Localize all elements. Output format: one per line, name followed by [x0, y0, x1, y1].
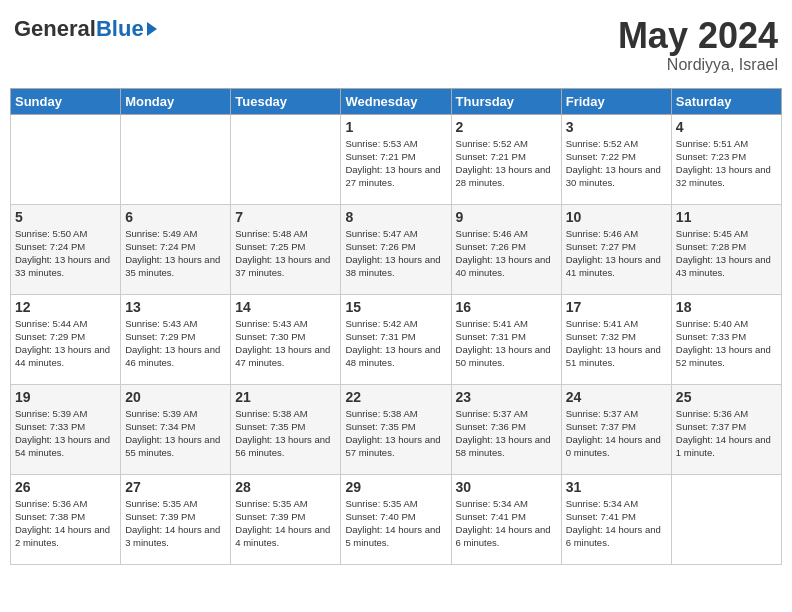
calendar-week-row: 12Sunrise: 5:44 AM Sunset: 7:29 PM Dayli… [11, 294, 782, 384]
calendar-cell: 3Sunrise: 5:52 AM Sunset: 7:22 PM Daylig… [561, 114, 671, 204]
day-info: Sunrise: 5:44 AM Sunset: 7:29 PM Dayligh… [15, 317, 116, 370]
calendar-cell: 20Sunrise: 5:39 AM Sunset: 7:34 PM Dayli… [121, 384, 231, 474]
title-area: May 2024 Nordiyya, Israel [618, 16, 778, 74]
day-info: Sunrise: 5:51 AM Sunset: 7:23 PM Dayligh… [676, 137, 777, 190]
day-number: 14 [235, 299, 336, 315]
calendar-week-row: 26Sunrise: 5:36 AM Sunset: 7:38 PM Dayli… [11, 474, 782, 564]
day-number: 13 [125, 299, 226, 315]
logo-blue-text: Blue [96, 16, 144, 42]
calendar-cell: 9Sunrise: 5:46 AM Sunset: 7:26 PM Daylig… [451, 204, 561, 294]
day-number: 17 [566, 299, 667, 315]
day-info: Sunrise: 5:53 AM Sunset: 7:21 PM Dayligh… [345, 137, 446, 190]
calendar-cell: 13Sunrise: 5:43 AM Sunset: 7:29 PM Dayli… [121, 294, 231, 384]
day-info: Sunrise: 5:39 AM Sunset: 7:34 PM Dayligh… [125, 407, 226, 460]
day-info: Sunrise: 5:37 AM Sunset: 7:37 PM Dayligh… [566, 407, 667, 460]
calendar-cell: 21Sunrise: 5:38 AM Sunset: 7:35 PM Dayli… [231, 384, 341, 474]
day-number: 7 [235, 209, 336, 225]
location-title: Nordiyya, Israel [618, 56, 778, 74]
day-info: Sunrise: 5:41 AM Sunset: 7:32 PM Dayligh… [566, 317, 667, 370]
day-header-friday: Friday [561, 88, 671, 114]
calendar-cell: 17Sunrise: 5:41 AM Sunset: 7:32 PM Dayli… [561, 294, 671, 384]
day-header-saturday: Saturday [671, 88, 781, 114]
calendar-table: SundayMondayTuesdayWednesdayThursdayFrid… [10, 88, 782, 565]
day-number: 3 [566, 119, 667, 135]
calendar-week-row: 5Sunrise: 5:50 AM Sunset: 7:24 PM Daylig… [11, 204, 782, 294]
calendar-week-row: 1Sunrise: 5:53 AM Sunset: 7:21 PM Daylig… [11, 114, 782, 204]
calendar-cell: 14Sunrise: 5:43 AM Sunset: 7:30 PM Dayli… [231, 294, 341, 384]
calendar-cell: 25Sunrise: 5:36 AM Sunset: 7:37 PM Dayli… [671, 384, 781, 474]
day-info: Sunrise: 5:47 AM Sunset: 7:26 PM Dayligh… [345, 227, 446, 280]
day-number: 27 [125, 479, 226, 495]
day-info: Sunrise: 5:43 AM Sunset: 7:30 PM Dayligh… [235, 317, 336, 370]
day-number: 23 [456, 389, 557, 405]
day-info: Sunrise: 5:35 AM Sunset: 7:40 PM Dayligh… [345, 497, 446, 550]
calendar-cell: 10Sunrise: 5:46 AM Sunset: 7:27 PM Dayli… [561, 204, 671, 294]
day-info: Sunrise: 5:34 AM Sunset: 7:41 PM Dayligh… [456, 497, 557, 550]
calendar-cell: 12Sunrise: 5:44 AM Sunset: 7:29 PM Dayli… [11, 294, 121, 384]
day-number: 2 [456, 119, 557, 135]
calendar-cell [121, 114, 231, 204]
day-info: Sunrise: 5:36 AM Sunset: 7:38 PM Dayligh… [15, 497, 116, 550]
day-header-thursday: Thursday [451, 88, 561, 114]
day-header-monday: Monday [121, 88, 231, 114]
day-number: 26 [15, 479, 116, 495]
day-number: 9 [456, 209, 557, 225]
calendar-cell: 16Sunrise: 5:41 AM Sunset: 7:31 PM Dayli… [451, 294, 561, 384]
day-info: Sunrise: 5:49 AM Sunset: 7:24 PM Dayligh… [125, 227, 226, 280]
day-number: 10 [566, 209, 667, 225]
calendar-cell: 26Sunrise: 5:36 AM Sunset: 7:38 PM Dayli… [11, 474, 121, 564]
day-info: Sunrise: 5:45 AM Sunset: 7:28 PM Dayligh… [676, 227, 777, 280]
logo: General Blue [14, 16, 157, 42]
day-number: 29 [345, 479, 446, 495]
day-info: Sunrise: 5:37 AM Sunset: 7:36 PM Dayligh… [456, 407, 557, 460]
calendar-cell: 23Sunrise: 5:37 AM Sunset: 7:36 PM Dayli… [451, 384, 561, 474]
calendar-cell: 18Sunrise: 5:40 AM Sunset: 7:33 PM Dayli… [671, 294, 781, 384]
day-info: Sunrise: 5:46 AM Sunset: 7:27 PM Dayligh… [566, 227, 667, 280]
day-info: Sunrise: 5:35 AM Sunset: 7:39 PM Dayligh… [235, 497, 336, 550]
calendar-cell: 4Sunrise: 5:51 AM Sunset: 7:23 PM Daylig… [671, 114, 781, 204]
day-number: 28 [235, 479, 336, 495]
calendar-cell: 2Sunrise: 5:52 AM Sunset: 7:21 PM Daylig… [451, 114, 561, 204]
logo-general-text: General [14, 16, 96, 42]
calendar-week-row: 19Sunrise: 5:39 AM Sunset: 7:33 PM Dayli… [11, 384, 782, 474]
day-info: Sunrise: 5:41 AM Sunset: 7:31 PM Dayligh… [456, 317, 557, 370]
day-header-sunday: Sunday [11, 88, 121, 114]
calendar-cell [671, 474, 781, 564]
calendar-cell: 5Sunrise: 5:50 AM Sunset: 7:24 PM Daylig… [11, 204, 121, 294]
calendar-cell: 19Sunrise: 5:39 AM Sunset: 7:33 PM Dayli… [11, 384, 121, 474]
page-header: General Blue May 2024 Nordiyya, Israel [10, 10, 782, 80]
day-info: Sunrise: 5:50 AM Sunset: 7:24 PM Dayligh… [15, 227, 116, 280]
logo-arrow-icon [147, 22, 157, 36]
day-info: Sunrise: 5:43 AM Sunset: 7:29 PM Dayligh… [125, 317, 226, 370]
calendar-cell: 29Sunrise: 5:35 AM Sunset: 7:40 PM Dayli… [341, 474, 451, 564]
day-info: Sunrise: 5:52 AM Sunset: 7:22 PM Dayligh… [566, 137, 667, 190]
day-number: 25 [676, 389, 777, 405]
calendar-cell: 27Sunrise: 5:35 AM Sunset: 7:39 PM Dayli… [121, 474, 231, 564]
calendar-cell: 8Sunrise: 5:47 AM Sunset: 7:26 PM Daylig… [341, 204, 451, 294]
day-number: 11 [676, 209, 777, 225]
day-number: 19 [15, 389, 116, 405]
day-info: Sunrise: 5:52 AM Sunset: 7:21 PM Dayligh… [456, 137, 557, 190]
calendar-cell: 31Sunrise: 5:34 AM Sunset: 7:41 PM Dayli… [561, 474, 671, 564]
calendar-cell: 22Sunrise: 5:38 AM Sunset: 7:35 PM Dayli… [341, 384, 451, 474]
day-number: 30 [456, 479, 557, 495]
calendar-cell: 15Sunrise: 5:42 AM Sunset: 7:31 PM Dayli… [341, 294, 451, 384]
day-number: 24 [566, 389, 667, 405]
day-info: Sunrise: 5:38 AM Sunset: 7:35 PM Dayligh… [235, 407, 336, 460]
day-number: 4 [676, 119, 777, 135]
day-number: 18 [676, 299, 777, 315]
day-info: Sunrise: 5:36 AM Sunset: 7:37 PM Dayligh… [676, 407, 777, 460]
day-number: 22 [345, 389, 446, 405]
calendar-cell [11, 114, 121, 204]
day-number: 5 [15, 209, 116, 225]
calendar-cell: 28Sunrise: 5:35 AM Sunset: 7:39 PM Dayli… [231, 474, 341, 564]
calendar-cell [231, 114, 341, 204]
day-info: Sunrise: 5:35 AM Sunset: 7:39 PM Dayligh… [125, 497, 226, 550]
day-info: Sunrise: 5:34 AM Sunset: 7:41 PM Dayligh… [566, 497, 667, 550]
day-number: 8 [345, 209, 446, 225]
calendar-cell: 11Sunrise: 5:45 AM Sunset: 7:28 PM Dayli… [671, 204, 781, 294]
calendar-cell: 1Sunrise: 5:53 AM Sunset: 7:21 PM Daylig… [341, 114, 451, 204]
calendar-cell: 6Sunrise: 5:49 AM Sunset: 7:24 PM Daylig… [121, 204, 231, 294]
day-info: Sunrise: 5:48 AM Sunset: 7:25 PM Dayligh… [235, 227, 336, 280]
day-header-wednesday: Wednesday [341, 88, 451, 114]
